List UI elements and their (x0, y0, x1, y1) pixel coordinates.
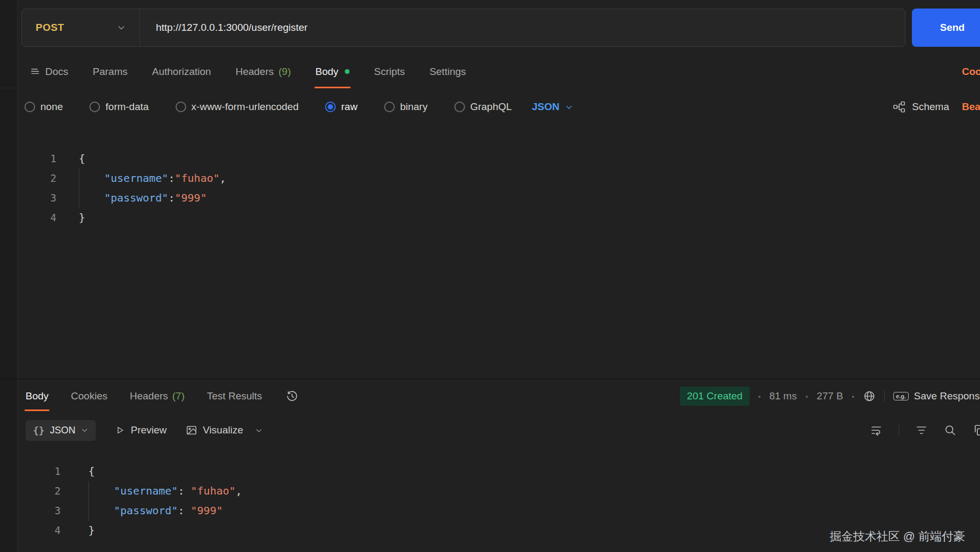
response-time[interactable]: 81 ms (769, 390, 797, 402)
radio-x-www-form-urlencoded[interactable]: x-www-form-urlencoded (176, 101, 299, 113)
code-text: } (88, 521, 95, 540)
json-key: "username" (114, 484, 178, 497)
line-number: 2 (21, 169, 56, 188)
filter-lines-icon (915, 424, 928, 437)
schema-button[interactable]: Schema (893, 91, 949, 122)
tab-headers[interactable]: Headers (9) (236, 55, 291, 88)
body-type-row: none form-data x-www-form-urlencoded raw… (0, 91, 980, 122)
schema-icon (893, 101, 906, 113)
beautify-link[interactable]: Beautify (962, 91, 980, 122)
response-toolbar: {} JSON Preview Visualize (0, 413, 980, 447)
play-icon (115, 425, 126, 436)
preview-label: Preview (131, 424, 167, 436)
visualize-button[interactable]: Visualize (186, 424, 243, 436)
response-tab-test-results[interactable]: Test Results (207, 379, 262, 413)
json-key: "password" (104, 191, 168, 204)
response-size[interactable]: 277 B (817, 390, 843, 402)
radio-graphql[interactable]: GraphQL (454, 101, 512, 113)
tab-label: Test Results (207, 390, 262, 402)
tab-label: Cookies (71, 390, 107, 402)
network-info-button[interactable] (863, 390, 876, 403)
close-brace: } (79, 211, 85, 224)
meta-separator-dot: • (758, 392, 761, 401)
radio-circle (454, 102, 465, 112)
code-text: "username": "fuhao", (88, 481, 242, 501)
response-format-dropdown[interactable]: {} JSON (26, 420, 96, 441)
headers-count: (9) (279, 66, 291, 78)
vertical-divider (899, 424, 899, 436)
line-number: 3 (28, 501, 61, 521)
chevron-down-icon (117, 23, 126, 32)
filter-button[interactable] (915, 424, 928, 437)
radio-label: binary (400, 101, 428, 113)
chevron-down-icon (565, 103, 573, 111)
code-line: 2 "username":"fuhao", (0, 169, 980, 188)
indent-guide (79, 188, 104, 208)
json-value: "fuhao" (191, 484, 236, 497)
visualize-label: Visualize (203, 424, 243, 436)
response-tab-cookies[interactable]: Cookies (71, 379, 107, 413)
line-number: 3 (21, 188, 56, 208)
radio-binary[interactable]: binary (384, 101, 428, 113)
line-number: 4 (21, 208, 56, 228)
preview-button[interactable]: Preview (115, 424, 167, 436)
json-colon: : (178, 504, 190, 517)
code-line: 4 } (0, 208, 980, 228)
tab-label: Docs (45, 66, 68, 78)
json-colon: : (168, 191, 175, 204)
radio-none[interactable]: none (24, 101, 63, 113)
close-brace: } (88, 524, 95, 537)
tab-body[interactable]: Body (315, 55, 350, 88)
chevron-down-icon (255, 426, 263, 434)
code-text: { (88, 462, 95, 481)
response-tab-body[interactable]: Body (26, 379, 48, 413)
open-brace: { (79, 152, 85, 165)
history-icon (286, 390, 298, 403)
json-value: "999" (175, 191, 206, 204)
response-tab-headers[interactable]: Headers (7) (130, 379, 185, 413)
radio-circle (176, 102, 186, 112)
tab-scripts[interactable]: Scripts (374, 55, 405, 88)
line-number: 1 (21, 149, 56, 169)
save-response-label: Save Response (914, 390, 980, 402)
send-button[interactable]: Send (912, 9, 980, 47)
open-brace: { (88, 465, 95, 478)
tab-params[interactable]: Params (93, 55, 127, 88)
radio-circle (89, 102, 100, 112)
json-key: "username" (104, 172, 168, 185)
response-history-button[interactable] (286, 390, 298, 403)
tab-docs[interactable]: Docs (30, 55, 68, 88)
vertical-divider (884, 390, 885, 402)
tab-label: Headers (130, 390, 168, 402)
json-value: "fuhao" (175, 172, 219, 185)
globe-icon (863, 390, 876, 403)
status-badge[interactable]: 201 Created (680, 387, 750, 406)
search-button[interactable] (944, 424, 957, 437)
meta-separator-dot: • (805, 392, 808, 401)
wrap-text-button[interactable] (870, 424, 883, 437)
tab-label: Body (315, 66, 338, 78)
code-line: 3 "password":"999" (0, 188, 980, 208)
raw-format-dropdown[interactable]: JSON (532, 101, 573, 113)
tab-label: Body (26, 390, 48, 402)
visualize-options-dropdown[interactable] (255, 426, 263, 434)
method-dropdown[interactable]: POST (22, 9, 140, 46)
url-input[interactable] (140, 9, 905, 46)
braces-icon: {} (33, 425, 45, 436)
save-response-button[interactable]: e.g. Save Response (893, 390, 980, 402)
request-body-editor[interactable]: 1 { 2 "username":"fuhao", 3 "password":"… (0, 122, 980, 379)
code-text: { (79, 149, 85, 169)
watermark-text: 掘金技术社区 @ 前端付豪 (829, 529, 965, 545)
tab-settings[interactable]: Settings (429, 55, 466, 88)
radio-raw[interactable]: raw (325, 101, 358, 113)
radio-label: form-data (105, 101, 148, 113)
format-label: JSON (532, 101, 560, 113)
radio-form-data[interactable]: form-data (89, 101, 148, 113)
tab-authorization[interactable]: Authorization (152, 55, 211, 88)
body-modified-dot (345, 69, 350, 74)
tab-label: Authorization (152, 66, 211, 78)
copy-button[interactable] (973, 424, 980, 437)
wrap-text-icon (870, 424, 883, 437)
cookies-link[interactable]: Cookies (962, 55, 980, 88)
image-icon (186, 424, 197, 436)
